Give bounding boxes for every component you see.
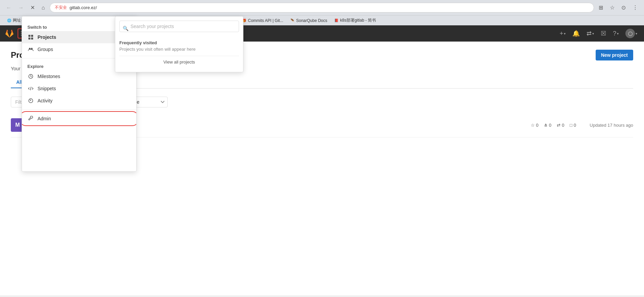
help-button[interactable]: ? ▾ [610,28,621,39]
milestones-label: Milestones [38,74,60,79]
security-warning: 不安全 [55,5,67,10]
bookmark-icon: 🌐 [7,18,11,23]
svg-rect-2 [28,38,30,40]
merge-request-icon: ⇄ [557,123,560,128]
svg-rect-0 [28,35,30,37]
user-menu-button[interactable]: ◯ ▾ [623,27,640,40]
dropdown-item-activity[interactable]: Activity [22,95,136,107]
bookmark-icon: 📕 [334,18,339,23]
bookmark-button[interactable]: ☆ [608,3,617,12]
notifications-button[interactable]: 🔔 [570,28,582,39]
merge-request-icon: ⇄ [587,30,592,37]
activity-label: Activity [38,98,52,103]
divider-2 [22,109,136,110]
dropdown-item-snippets[interactable]: Snippets [22,82,136,95]
chevron-down-icon: ▾ [636,32,637,35]
menu-button[interactable]: ⋮ [630,3,640,12]
bookmark-icon: 🪶 [290,18,295,23]
chevron-down-icon: ▾ [564,32,566,35]
search-icon: 🔍 [123,26,128,31]
updated-text: Updated 17 hours ago [590,123,633,128]
svg-rect-1 [31,35,33,37]
dropdown-item-admin[interactable]: Admin [22,113,136,125]
nav-actions: + ▾ 🔔 ⇄ ▾ ☒ ? ▾ ◯ ▾ [557,27,640,40]
browser-toolbar: ← → ✕ ⌂ 不安全 gitlab.core.ez/ ⊞ ☆ ⊙ ⋮ [0,0,644,15]
projects-search-panel: 🔍 Frequently visited Projects you visit … [115,16,243,72]
milestones-icon [27,73,34,80]
checkbox-icon: ☒ [601,30,606,37]
avatar: ◯ [625,29,635,38]
chevron-down-icon: ▾ [592,32,594,35]
bookmark-commits-api[interactable]: 🎁 Commits API | Git... [239,18,286,24]
bookmark-sonarqube[interactable]: 🪶 SonarQube Docs [287,18,330,24]
star-icon: ☆ [531,123,535,128]
gitlab-app: ☰ 🔍 Search GitLab / + ▾ 🔔 ⇄ ▾ ☒ [0,25,644,295]
frequently-visited-desc: Projects you visit often will appear her… [119,47,239,52]
project-icon [27,34,34,41]
activity-icon [27,97,34,104]
comment-icon: □ [570,123,572,128]
admin-label: Admin [38,116,51,121]
profile-button[interactable]: ⊙ [619,3,628,12]
plus-icon: + [559,30,563,37]
back-button[interactable]: ← [4,3,14,12]
groups-icon [27,46,34,53]
fork-count: 0 [549,123,551,128]
merge-requests-stat: ⇄ 0 [557,123,564,128]
reload-button[interactable]: ✕ [28,3,37,12]
snippets-icon [27,85,34,92]
address-bar[interactable]: 不安全 gitlab.core.ez/ [50,3,594,13]
merge-requests-button[interactable]: ⇄ ▾ [584,28,597,39]
projects-label: Projects [38,34,56,40]
gitlab-logo[interactable] [4,28,15,39]
svg-line-7 [30,87,31,90]
view-all-projects-link[interactable]: View all projects [119,56,239,68]
browser-actions: ⊞ ☆ ⊙ ⋮ [597,3,640,12]
help-icon: ? [613,30,616,37]
snippets-label: Snippets [38,86,56,91]
bell-icon: 🔔 [572,30,580,37]
project-search-wrap: 🔍 [119,21,239,36]
comment-count: 0 [574,123,576,128]
star-count: 0 [536,123,539,128]
home-button[interactable]: ⌂ [40,3,47,12]
forks-stat: ⋔ 0 [544,123,551,128]
fork-icon: ⋔ [544,123,548,128]
url-text: gitlab.core.ez/ [70,5,97,10]
wrench-icon [27,115,34,122]
svg-rect-3 [31,38,33,40]
stars-stat: ☆ 0 [531,123,539,128]
new-project-button[interactable]: New project [596,50,633,60]
project-search-input[interactable] [119,21,239,32]
forward-button[interactable]: → [16,3,26,12]
svg-point-5 [31,48,33,50]
translate-button[interactable]: ⊞ [597,3,605,12]
issues-button[interactable]: ☒ [598,28,609,39]
bookmark-k8s-gitlab[interactable]: 📕 k8s部署gitlab - 简书 [331,17,379,24]
comments-stat: □ 0 [570,123,576,128]
merge-request-count: 0 [562,123,564,128]
groups-label: Groups [38,47,53,52]
project-stats: ☆ 0 ⋔ 0 ⇄ 0 □ 0 Updated 17 ho [531,123,633,128]
chevron-down-icon: ▾ [617,32,619,35]
frequently-visited-title: Frequently visited [119,40,239,45]
create-new-button[interactable]: + ▾ [557,28,568,39]
